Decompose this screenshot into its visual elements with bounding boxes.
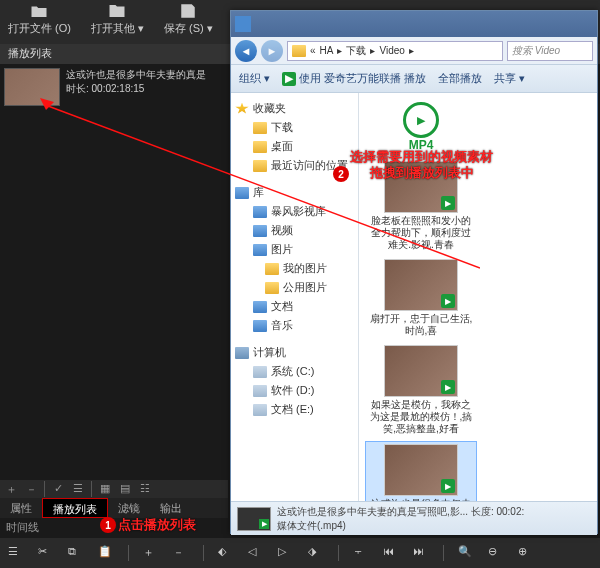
split-icon[interactable]: ⫟ [353, 545, 369, 561]
tree-item[interactable]: 我的图片 [235, 259, 354, 278]
svg-rect-0 [235, 16, 251, 32]
tree-item[interactable]: 下载 [235, 118, 354, 137]
cut-icon[interactable]: ✂ [38, 545, 54, 561]
status-filename: 这或许也是很多中年夫妻的真是写照吧,影... [277, 506, 468, 517]
tiles-icon[interactable]: ▤ [118, 482, 132, 496]
tree-item[interactable]: 系统 (C:) [235, 362, 354, 381]
zoomin-icon[interactable]: ⊕ [518, 545, 534, 561]
playlist-item-duration: 时长: 00:02:18:15 [66, 82, 206, 96]
zoom-icon[interactable]: 🔍 [458, 545, 474, 561]
open-file-label: 打开文件 (O) [8, 21, 71, 36]
toolbar-share[interactable]: 共享 ▾ [494, 71, 525, 86]
tab-playlist[interactable]: 播放列表 [42, 498, 108, 518]
next-icon[interactable]: ⏭ [413, 545, 429, 561]
status-filetype: 媒体文件(.mp4) [277, 519, 524, 533]
status-thumbnail: ▶ [237, 507, 271, 531]
video-thumbnail: ▶ [384, 345, 458, 397]
playlist-item[interactable]: 这或许也是很多中年夫妻的真是 时长: 00:02:18:15 [0, 64, 228, 110]
tree-item[interactable]: 文档 [235, 297, 354, 316]
video-thumbnail: ▶ [384, 444, 458, 496]
explorer-window: ◄ ► « HA ▸ 下载 ▸ Video ▸ 搜索 Video 组织 ▾ ▶ … [230, 10, 598, 534]
add-icon[interactable]: ＋ [4, 482, 18, 496]
file-item[interactable]: ▶如果这是模仿，我称之为这是最尬的模仿！,搞笑,恶搞整蛊,好看 [365, 343, 477, 437]
prev-icon[interactable]: ⏮ [383, 545, 399, 561]
toolbar-playall[interactable]: 全部播放 [438, 71, 482, 86]
arrow-right-icon[interactable]: ▷ [278, 545, 294, 561]
mp4-icon: ▶MP4 [391, 101, 451, 153]
annotation-text-1: 点击播放列表 [118, 516, 196, 534]
detail-icon[interactable]: ☷ [138, 482, 152, 496]
check-icon[interactable]: ✓ [51, 482, 65, 496]
open-other-label: 打开其他 ▾ [91, 21, 144, 36]
remove-icon[interactable]: － [24, 482, 38, 496]
tree-item[interactable]: 图片 [235, 240, 354, 259]
save-label: 保存 (S) ▾ [164, 21, 213, 36]
arrow-left-icon[interactable]: ◁ [248, 545, 264, 561]
tab-output[interactable]: 输出 [150, 498, 192, 518]
address-bar[interactable]: « HA ▸ 下载 ▸ Video ▸ [287, 41, 503, 61]
nav-tree[interactable]: 收藏夹 下载 桌面 最近访问的位置 库 暴风影视库 视频 图片 我的图片 公用图… [231, 93, 359, 501]
tree-item[interactable]: 视频 [235, 221, 354, 240]
align-right-icon[interactable]: ⬗ [308, 545, 324, 561]
play-icon: ▶ [282, 72, 296, 86]
toolbar-play[interactable]: ▶ 使用 爱奇艺万能联播 播放 [282, 71, 426, 86]
paste-icon[interactable]: 📋 [98, 545, 114, 561]
playlist-item-title: 这或许也是很多中年夫妻的真是 [66, 68, 206, 82]
file-name: 脸老板在熙照和发小的全力帮助下，顺利度过难关.影视.青春 [367, 215, 475, 251]
nav-back-button[interactable]: ◄ [235, 40, 257, 62]
grid-icon[interactable]: ▦ [98, 482, 112, 496]
play-badge-icon: ▶ [441, 479, 455, 493]
annotation-marker-1: 1 [100, 517, 116, 533]
remove2-icon[interactable]: － [173, 545, 189, 561]
list-icon[interactable]: ☰ [71, 482, 85, 496]
menu-icon[interactable]: ☰ [8, 545, 24, 561]
copy-icon[interactable]: ⧉ [68, 545, 84, 561]
tree-item[interactable]: 桌面 [235, 137, 354, 156]
play-badge-icon: ▶ [441, 380, 455, 394]
folder-icon [107, 2, 127, 20]
file-item[interactable]: ▶MP4 [365, 99, 477, 155]
star-icon [235, 103, 249, 115]
file-name: 这或许也是很多中年夫妻的真是写照吧,影视,爱情片,好看视频.mp4 [368, 498, 474, 501]
playlist-thumbnail [4, 68, 60, 106]
save-button[interactable]: 保存 (S) ▾ [164, 2, 213, 42]
file-item[interactable]: ▶扇打开，忠于自己生活,时尚,喜 [365, 257, 477, 339]
search-input[interactable]: 搜索 Video [507, 41, 593, 61]
align-left-icon[interactable]: ⬖ [218, 545, 234, 561]
playlist-area[interactable]: 这或许也是很多中年夫妻的真是 时长: 00:02:18:15 [0, 64, 228, 494]
tree-item[interactable]: 文档 (E:) [235, 400, 354, 419]
open-file-button[interactable]: 打开文件 (O) [8, 2, 71, 42]
play-badge-icon: ▶ [441, 294, 455, 308]
file-name: 如果这是模仿，我称之为这是最尬的模仿！,搞笑,恶搞整蛊,好看 [367, 399, 475, 435]
nav-fwd-button[interactable]: ► [261, 40, 283, 62]
window-icon [235, 16, 251, 32]
zoomout-icon[interactable]: ⊖ [488, 545, 504, 561]
toolbar-organize[interactable]: 组织 ▾ [239, 71, 270, 86]
tree-item[interactable]: 暴风影视库 [235, 202, 354, 221]
library-icon [235, 187, 249, 199]
save-icon [178, 2, 198, 20]
folder-icon [292, 45, 306, 57]
file-item[interactable]: ▶这或许也是很多中年夫妻的真是写照吧,影视,爱情片,好看视频.mp4 [365, 441, 477, 501]
tree-item[interactable]: 软件 (D:) [235, 381, 354, 400]
play-badge-icon: ▶ [441, 196, 455, 210]
annotation-text-2b: 拖拽到播放列表中 [370, 164, 474, 182]
add2-icon[interactable]: ＋ [143, 545, 159, 561]
annotation-marker-2: 2 [333, 166, 349, 182]
tree-item[interactable]: 公用图片 [235, 278, 354, 297]
open-other-button[interactable]: 打开其他 ▾ [91, 2, 144, 42]
tab-filters[interactable]: 滤镜 [108, 498, 150, 518]
tree-item[interactable]: 音乐 [235, 316, 354, 335]
folder-open-icon [29, 2, 49, 20]
timeline-label: 时间线 [6, 520, 39, 535]
file-name: 扇打开，忠于自己生活,时尚,喜 [367, 313, 475, 337]
tab-properties[interactable]: 属性 [0, 498, 42, 518]
computer-icon [235, 347, 249, 359]
video-thumbnail: ▶ [384, 259, 458, 311]
